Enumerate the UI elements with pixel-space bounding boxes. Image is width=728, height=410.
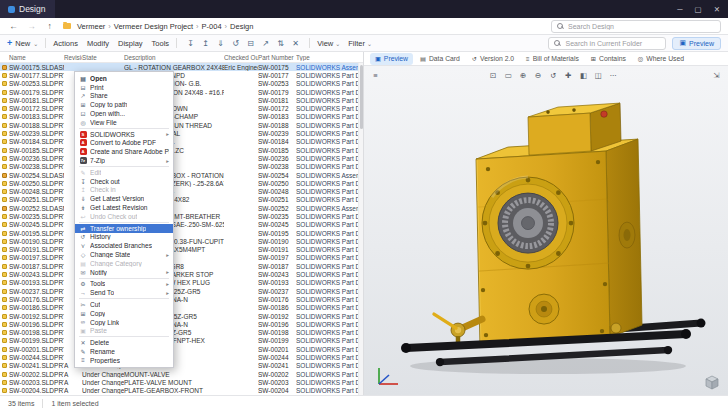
tab-contains[interactable]: ⊞Contains <box>586 53 631 65</box>
table-row[interactable]: SW-00190.SLDPRTW-.13677,.25-.200.38-FUN-… <box>0 237 363 245</box>
table-row[interactable]: SW-00248.SLDPRT0.125 X 4.0 X .44SW-00248… <box>0 187 363 195</box>
section-icon[interactable]: ◧ <box>577 69 590 82</box>
table-row[interactable]: SW-00195.SLDPRTBEARING-78537SW-00195SOLI… <box>0 229 363 237</box>
breadcrumb-item-vermeer[interactable]: Vermeer <box>76 22 106 31</box>
table-row[interactable]: SW-00251.SLDPRTRING CUP-2 1/2 4X82SW-002… <box>0 196 363 204</box>
table-row[interactable]: SW-00239.SLDPRTMB - FRONT SEALSW-00239SO… <box>0 129 363 137</box>
search-input[interactable] <box>568 23 715 30</box>
table-row[interactable]: SW-00202.SLDPRTAUnder ChangeMOUNT-VALVES… <box>0 370 363 378</box>
rotate-icon[interactable]: ↺ <box>547 69 560 82</box>
menu-actions[interactable]: Actions <box>53 39 78 48</box>
table-row[interactable]: SW-00238.SLDPRTB-BRG- 78075CSW-00238SOLI… <box>0 163 363 171</box>
menu-tools[interactable]: Tools <box>152 39 170 48</box>
sort-icon[interactable]: ⇅ <box>274 37 287 50</box>
delete-icon[interactable]: ✕ <box>289 37 302 50</box>
table-row[interactable]: SW-00192.SLDPRTW-HC5-38-16X2.5Z-GR5SW-00… <box>0 312 363 320</box>
breadcrumb-item-vermeer-design-project[interactable]: Vermeer Design Project <box>113 22 194 31</box>
menu-item-delete[interactable]: ✕Delete <box>75 338 173 347</box>
zoom-area-icon[interactable]: ▭ <box>502 69 515 82</box>
table-row[interactable]: SW-00250.SLDPRTRING-GREASE(ZERK) -.25-28… <box>0 179 363 187</box>
scrollbar-thumb[interactable] <box>360 65 363 129</box>
display-style-icon[interactable]: ◫ <box>592 69 605 82</box>
model-viewport[interactable]: ≡ ⊡▭⊕⊖↺✚◧◫⋯ ⇲ <box>364 66 728 395</box>
table-row[interactable]: SW-00175.SLDASMGL - ROTATION GEARBOX 24X… <box>0 63 363 71</box>
menu-item-print[interactable]: ⊟Print <box>75 83 173 92</box>
view-cube-icon[interactable] <box>704 374 720 390</box>
share-icon[interactable]: ↗ <box>259 37 272 50</box>
menu-item-history[interactable]: ↺History <box>75 233 173 242</box>
menu-modify[interactable]: Modify <box>87 39 109 48</box>
tab-where-used[interactable]: ◎Where Used <box>633 53 689 65</box>
tab-bill-of-materials[interactable]: ≡Bill of Materials <box>521 53 584 65</box>
display-pane-icon[interactable]: ≡ <box>369 69 382 82</box>
menu-item-create-and-share-adobe-pdf[interactable]: ACreate and Share Adobe PDF <box>75 147 173 156</box>
dropdown-view[interactable]: View⌄ <box>317 39 340 48</box>
table-row[interactable]: SW-00252.SLDASM5 - GEARBOXSW-00252SOLIDW… <box>0 204 363 212</box>
tab-data-card[interactable]: ▤Data Card <box>415 53 465 65</box>
column-header-type[interactable]: Type <box>296 54 363 61</box>
menu-item-open[interactable]: ▤Open <box>75 74 173 83</box>
table-row[interactable]: SW-00185.SLDPRT2 - SIGHT .75-16.ZCSW-001… <box>0 146 363 154</box>
list-scrollbar[interactable] <box>358 63 363 395</box>
table-row[interactable]: SW-00191.SLDPRTRING-STR-10MAX5M4MPTSW-00… <box>0 246 363 254</box>
tab-version-2-0[interactable]: ↺Version 2.0 <box>467 53 519 65</box>
forward-button[interactable]: → <box>25 21 38 31</box>
menu-item-view-file[interactable]: ◎View File <box>75 118 173 127</box>
up-button[interactable]: ↑ <box>43 21 56 31</box>
maximize-button[interactable]: ▢ <box>695 5 702 14</box>
table-row[interactable]: SW-00254.SLDASMCEMENT-GEARBOX - ROTATION… <box>0 171 363 179</box>
menu-item-get-latest-revision[interactable]: ↡Get Latest Revision <box>75 203 173 212</box>
menu-item-associated-branches[interactable]: ⋎Associated Branches <box>75 241 173 250</box>
menu-item-copy-to-path[interactable]: ⊞Copy to path <box>75 100 173 109</box>
column-header-state[interactable]: State <box>82 54 124 61</box>
fullscreen-icon[interactable]: ⇲ <box>710 69 723 82</box>
table-row[interactable]: SW-00243.SLDPRT5 - POSITION MARKER STOPS… <box>0 270 363 278</box>
preview-toggle-button[interactable]: ▣ Preview <box>672 37 721 50</box>
menu-item-rename[interactable]: ✎Rename <box>75 347 173 356</box>
menu-item-paste[interactable]: ▣Paste <box>75 327 173 336</box>
table-row[interactable]: SW-00179.SLDPRTSEAL8 - ROTATION 24X48 - … <box>0 88 363 96</box>
menu-item-7-zip[interactable]: 7z7-Zip▸ <box>75 156 173 165</box>
menu-item-solidworks[interactable]: SSOLIDWORKS▸ <box>75 130 173 139</box>
table-row[interactable]: SW-00245.SLDPRTWASHER-FLAT SAE-.250-SM-.… <box>0 221 363 229</box>
column-header-part-number[interactable]: Part Number <box>258 54 296 61</box>
menu-item-open-with[interactable]: ⊡Open with... <box>75 109 173 118</box>
menu-item-check-out[interactable]: ↧Check out <box>75 177 173 186</box>
column-header-checked-out-by[interactable]: Checked Out By <box>224 54 258 61</box>
menu-item-tools[interactable]: ⚙Tools▸ <box>75 280 173 289</box>
print-icon[interactable]: ⊟ <box>244 37 257 50</box>
folder-search-input[interactable] <box>565 40 660 47</box>
menu-display[interactable]: Display <box>118 39 143 48</box>
menu-item-notify[interactable]: ✉Notify▸ <box>75 268 173 277</box>
table-row[interactable]: SW-00193.SLDPRTFLUSH HOLLOW HEX PLUGSW-0… <box>0 279 363 287</box>
menu-item-convert-to-adobe-pdf[interactable]: AConvert to Adobe PDF <box>75 139 173 148</box>
table-row[interactable]: SW-00197.SLDPRTRING #487328SW-00197SOLID… <box>0 254 363 262</box>
table-row[interactable]: SW-00187.SLDPRTAB3-38-18X.75-GR8SW-00187… <box>0 262 363 270</box>
zoom-out-icon[interactable]: ⊖ <box>532 69 545 82</box>
new-button[interactable]: + New ⌄ <box>7 38 38 48</box>
table-row[interactable]: SW-00244.SLDPRTPLATE-SPACERSW-00244SOLID… <box>0 353 363 361</box>
table-row[interactable]: SW-00172.SLDPRTHARNESS TIEDOWNSW-00172SO… <box>0 104 363 112</box>
table-row[interactable]: SW-00237.SLDPRTW-HC5-38-16X1.25Z-GR5SW-0… <box>0 287 363 295</box>
app-tab[interactable]: Design <box>0 0 55 18</box>
menu-item-cut[interactable]: ✂Cut <box>75 300 173 309</box>
global-search[interactable] <box>551 20 721 33</box>
table-row[interactable]: SW-00177.SLDPRTRING-9B-18NH-NPDSW-00177S… <box>0 71 363 79</box>
menu-item-properties[interactable]: ≡Properties <box>75 356 173 365</box>
table-row[interactable]: SW-00183.SLDPRTHSG-GEARBOX-CHAMPSW-00183… <box>0 113 363 121</box>
column-header-name[interactable]: Name <box>0 54 64 61</box>
breadcrumb-item-design[interactable]: Design <box>229 22 254 31</box>
table-row[interactable]: SW-00204.SLDPRTAUnder ChangePLATE-GEARBO… <box>0 387 363 395</box>
table-row[interactable]: SW-00196.SLDPRTG- #243 78D BUNA-NSW-0019… <box>0 320 363 328</box>
minimize-button[interactable]: ─ <box>677 5 682 14</box>
table-row[interactable]: SW-00184.SLDPRT8D - REAR SEALSW-00184SOL… <box>0 138 363 146</box>
table-row[interactable]: SW-00235.SLDPRTRING-VENT-2NPMT-BREATHERS… <box>0 212 363 220</box>
pan-icon[interactable]: ✚ <box>562 69 575 82</box>
table-row[interactable]: SW-00203.SLDPRTAUnder ChangePLATE-VALVE … <box>0 378 363 386</box>
table-row[interactable]: SW-00188.SLDPRTBS - #9X4#ORG-UN THREADSW… <box>0 121 363 129</box>
menu-item-copy[interactable]: ⊞Copy <box>75 309 173 318</box>
menu-item-get-latest-version[interactable]: ⇓Get Latest Version <box>75 194 173 203</box>
check-in-icon[interactable]: ↥ <box>199 37 212 50</box>
table-row[interactable]: SW-00186.SLDPRTHEX-.38-16-GR8SW-00186SOL… <box>0 304 363 312</box>
breadcrumb-item-p-004[interactable]: P-004 <box>201 22 223 31</box>
